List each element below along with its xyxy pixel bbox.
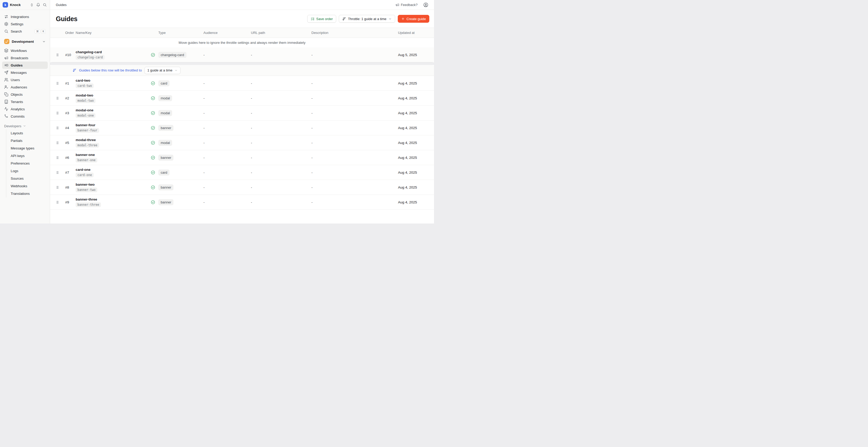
table-row[interactable]: #9 banner-three banner-three banner - - … xyxy=(50,195,434,210)
sidebar-item-label: Audiences xyxy=(11,85,27,89)
row-order: #8 xyxy=(65,185,75,189)
sort-descending-icon xyxy=(72,68,76,72)
sidebar-item-sources[interactable]: Sources xyxy=(6,175,48,182)
row-order: #4 xyxy=(65,126,75,130)
sidebar-item-logs[interactable]: Logs xyxy=(6,167,48,175)
search-icon xyxy=(4,29,8,33)
type-badge: modal xyxy=(158,140,172,146)
type-badge: banner xyxy=(158,155,174,161)
url-path-value: - xyxy=(251,170,311,174)
updated-at-value: Aug 4, 2025 xyxy=(398,200,434,204)
sidebar-item-label: Integrations xyxy=(11,15,29,19)
type-badge: banner xyxy=(158,199,174,205)
sidebar-item-messages[interactable]: Messages xyxy=(2,69,48,76)
sidebar-item-commits[interactable]: Commits xyxy=(2,113,48,120)
column-updated-at: Updated at xyxy=(398,31,434,35)
guide-name: card-one xyxy=(75,168,151,171)
search-icon[interactable] xyxy=(43,3,47,7)
sidebar-item-label: Search xyxy=(11,29,22,33)
drag-handle-icon[interactable] xyxy=(54,200,59,204)
chevron-down-icon xyxy=(42,40,45,43)
drag-handle-icon[interactable] xyxy=(54,170,59,174)
status-active-icon xyxy=(151,170,155,175)
updated-at-value: Aug 4, 2025 xyxy=(398,82,434,85)
sidebar-item-partials[interactable]: Partials xyxy=(6,137,48,145)
guide-name: modal-three xyxy=(75,138,151,142)
table-row[interactable]: #10 changelog-card changelog-card change… xyxy=(50,47,434,62)
drag-handle-icon[interactable] xyxy=(54,156,59,160)
page-title: Guides xyxy=(56,15,78,23)
sidebar-item-label: Objects xyxy=(11,93,23,96)
developers-label: Developers xyxy=(4,124,21,128)
sidebar-item-audiences[interactable]: Audiences xyxy=(2,84,48,91)
drag-handle-icon[interactable] xyxy=(54,53,59,57)
feedback-button[interactable]: Feedback? xyxy=(395,3,417,7)
user-avatar-icon[interactable] xyxy=(423,2,428,7)
sidebar-item-analytics[interactable]: Analytics xyxy=(2,105,48,113)
sidebar-item-settings[interactable]: Settings xyxy=(2,20,48,28)
url-path-value: - xyxy=(251,156,311,160)
chevrons-up-down-icon[interactable] xyxy=(30,3,34,7)
bell-icon[interactable] xyxy=(36,3,40,7)
sidebar-item-message-types[interactable]: Message types xyxy=(6,145,48,152)
status-active-icon xyxy=(151,140,155,145)
save-order-button[interactable]: Save order xyxy=(307,15,337,23)
table-row[interactable]: #1 card-two card-two card - - - Aug 4, 2… xyxy=(50,76,434,91)
table-row[interactable]: #2 modal-two modal-two modal - - - Aug 4… xyxy=(50,91,434,106)
developers-section-toggle[interactable]: Developers xyxy=(2,123,48,129)
unthrottled-note: Move guides here to ignore the throttle … xyxy=(50,38,434,47)
table-row[interactable]: #5 modal-three modal-three modal - - - A… xyxy=(50,135,434,150)
sidebar-item-workflows[interactable]: Workflows xyxy=(2,47,48,54)
row-order: #3 xyxy=(65,111,75,115)
column-audience: Audience xyxy=(204,31,251,35)
knock-logo: k xyxy=(3,2,8,7)
guide-key-badge: banner-two xyxy=(75,188,97,192)
type-badge: modal xyxy=(158,110,172,116)
drag-handle-icon[interactable] xyxy=(54,82,59,85)
sidebar-item-search[interactable]: Search ⌘ K xyxy=(2,28,48,35)
sidebar-item-guides[interactable]: Guides xyxy=(2,62,48,69)
sidebar-item-integrations[interactable]: Integrations xyxy=(2,13,48,20)
sidebar-item-broadcasts[interactable]: Broadcasts xyxy=(2,54,48,62)
audience-value: - xyxy=(204,200,251,204)
sidebar-item-layouts[interactable]: Layouts xyxy=(6,129,48,137)
workspace-switcher[interactable]: k Knock xyxy=(0,0,50,10)
sidebar-item-objects[interactable]: Objects xyxy=(2,91,48,98)
sidebar-item-api-keys[interactable]: API keys xyxy=(6,152,48,160)
page-header: Guides Save order Throttle: 1 guide at a… xyxy=(50,10,434,28)
throttle-dropdown[interactable]: Throttle: 1 guide at a time xyxy=(339,15,395,23)
table-row[interactable]: #4 banner-four banner-four banner - - - … xyxy=(50,121,434,135)
building-icon xyxy=(4,100,8,104)
layers-icon xyxy=(4,49,8,53)
chevron-down-icon xyxy=(23,124,26,128)
sidebar-item-tenants[interactable]: Tenants xyxy=(2,98,48,105)
environment-switcher[interactable]: Development xyxy=(2,37,48,45)
table-row[interactable]: #8 banner-two banner-two banner - - - Au… xyxy=(50,180,434,195)
table-row[interactable]: #7 card-one card-one card - - - Aug 4, 2… xyxy=(50,165,434,180)
table-row[interactable]: #6 banner-one banner-one banner - - - Au… xyxy=(50,150,434,165)
throttle-value-select[interactable]: 1 guide at a time xyxy=(145,67,181,74)
sidebar-item-preferences[interactable]: Preferences xyxy=(6,160,48,167)
guide-name: banner-one xyxy=(75,153,151,157)
description-value: - xyxy=(311,96,398,100)
sidebar-item-webhooks[interactable]: Webhooks xyxy=(6,182,48,190)
drag-handle-icon[interactable] xyxy=(54,96,59,100)
updated-at-value: Aug 4, 2025 xyxy=(398,170,434,174)
drag-handle-icon[interactable] xyxy=(54,126,59,130)
drag-handle-icon[interactable] xyxy=(54,141,59,145)
sidebar-item-translations[interactable]: Translations xyxy=(6,190,48,197)
status-active-icon xyxy=(151,200,155,204)
sidebar-item-users[interactable]: Users xyxy=(2,76,48,84)
users-icon xyxy=(4,78,8,82)
drag-handle-icon[interactable] xyxy=(54,111,59,115)
create-guide-button[interactable]: Create guide xyxy=(398,15,429,23)
drag-handle-icon[interactable] xyxy=(54,185,59,189)
throttled-section: Guides below this row will be throttled … xyxy=(50,65,434,224)
url-path-value: - xyxy=(251,185,311,189)
list-checks-icon xyxy=(311,17,314,21)
guide-key-badge: card-one xyxy=(75,173,94,177)
copy-icon xyxy=(4,92,8,96)
url-path-value: - xyxy=(251,96,311,100)
row-order: #2 xyxy=(65,96,75,100)
table-row[interactable]: #3 modal-one modal-one modal - - - Aug 4… xyxy=(50,106,434,121)
